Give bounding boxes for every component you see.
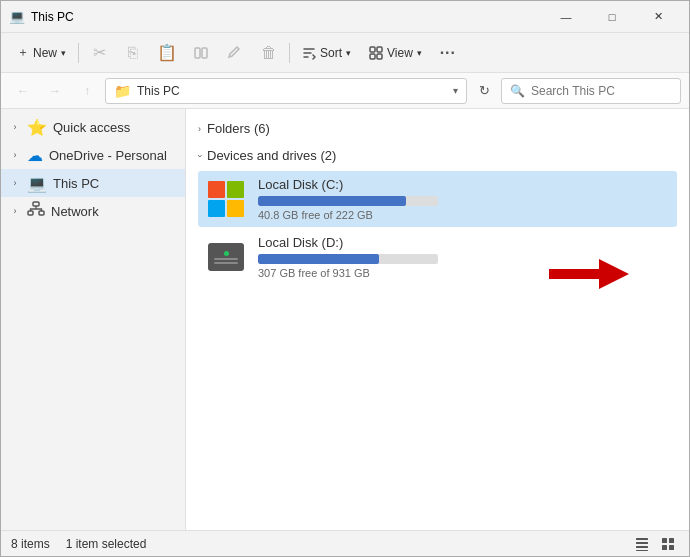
drive-c-size: 40.8 GB free of 222 GB (258, 209, 669, 221)
search-box[interactable]: 🔍 (501, 78, 681, 104)
network-icon (27, 201, 45, 221)
rename-button[interactable] (219, 38, 251, 68)
search-icon: 🔍 (510, 84, 525, 98)
sidebar: › ⭐ Quick access › ☁ OneDrive - Personal… (1, 109, 186, 530)
new-button[interactable]: ＋ New ▾ (9, 38, 74, 68)
sidebar-item-this-pc[interactable]: › 💻 This PC (1, 169, 185, 197)
drive-d-bar-fill (258, 254, 379, 264)
window-icon: 💻 (9, 9, 25, 25)
delete-button[interactable]: 🗑 (253, 38, 285, 68)
this-pc-icon: 💻 (27, 174, 47, 193)
drive-c-icon-wrap (206, 179, 246, 219)
item-count: 8 items (11, 537, 50, 551)
title-bar-controls: — □ ✕ (543, 1, 681, 33)
title-bar: 💻 This PC — □ ✕ (1, 1, 689, 33)
selection-status: 1 item selected (66, 537, 147, 551)
red-arrow-annotation (549, 254, 629, 294)
svg-rect-0 (195, 48, 200, 58)
sidebar-item-network[interactable]: › Network (1, 197, 185, 225)
drive-d-icon-wrap (206, 237, 246, 277)
tiles-view-button[interactable] (657, 533, 679, 555)
svg-rect-4 (370, 54, 375, 59)
folders-section-header[interactable]: › Folders (6) (198, 117, 677, 140)
refresh-button[interactable]: ↻ (471, 78, 497, 104)
view-dropdown-icon: ▾ (417, 48, 422, 58)
onedrive-icon: ☁ (27, 146, 43, 165)
svg-rect-2 (370, 47, 375, 52)
address-bar: ← → ↑ 📁 This PC ▾ ↻ 🔍 (1, 73, 689, 109)
sidebar-item-onedrive[interactable]: › ☁ OneDrive - Personal (1, 141, 185, 169)
drive-c-info: Local Disk (C:) 40.8 GB free of 222 GB (258, 177, 669, 221)
sidebar-label-onedrive: OneDrive - Personal (49, 148, 177, 163)
copy-button[interactable]: ⎘ (117, 38, 149, 68)
svg-rect-15 (669, 538, 674, 543)
svg-rect-6 (33, 202, 39, 206)
main-area: › ⭐ Quick access › ☁ OneDrive - Personal… (1, 109, 689, 530)
drive-d-name: Local Disk (D:) (258, 235, 669, 250)
drives-chevron: › (195, 154, 205, 157)
svg-rect-12 (636, 546, 648, 548)
svg-rect-1 (202, 48, 207, 58)
svg-rect-13 (636, 550, 648, 551)
sidebar-label-quick-access: Quick access (53, 120, 177, 135)
folders-section-label: Folders (6) (207, 121, 270, 136)
chevron-icon: › (9, 206, 21, 216)
sort-dropdown-icon: ▾ (346, 48, 351, 58)
cut-button[interactable]: ✂ (83, 38, 115, 68)
quick-access-icon: ⭐ (27, 118, 47, 137)
hdd-line-1 (214, 258, 238, 260)
details-view-button[interactable] (631, 533, 653, 555)
windows-logo-icon (208, 181, 244, 217)
toolbar: ＋ New ▾ ✂ ⎘ 📋 🗑 Sort ▾ View ▾ ··· (1, 33, 689, 73)
hdd-line-2 (214, 262, 238, 264)
sort-button[interactable]: Sort ▾ (294, 38, 359, 68)
window: 💻 This PC — □ ✕ ＋ New ▾ ✂ ⎘ 📋 🗑 Sort ▾ (0, 0, 690, 557)
folders-chevron: › (198, 124, 201, 134)
svg-rect-10 (636, 538, 648, 540)
svg-rect-7 (28, 211, 33, 215)
view-toggle-buttons (631, 533, 679, 555)
drive-c-bar-bg (258, 196, 438, 206)
back-button[interactable]: ← (9, 78, 37, 104)
close-button[interactable]: ✕ (635, 1, 681, 33)
svg-rect-17 (669, 545, 674, 550)
more-button[interactable]: ··· (432, 38, 464, 68)
address-input[interactable]: 📁 This PC ▾ (105, 78, 467, 104)
sidebar-label-this-pc: This PC (53, 176, 177, 191)
drive-c-item[interactable]: Local Disk (C:) 40.8 GB free of 222 GB (198, 171, 677, 227)
drives-section-header[interactable]: › Devices and drives (2) (198, 144, 677, 167)
sidebar-label-network: Network (51, 204, 177, 219)
sidebar-item-quick-access[interactable]: › ⭐ Quick access (1, 113, 185, 141)
drive-d-bar-bg (258, 254, 438, 264)
svg-rect-16 (662, 545, 667, 550)
svg-rect-5 (377, 54, 382, 59)
forward-button[interactable]: → (41, 78, 69, 104)
svg-rect-3 (377, 47, 382, 52)
hdd-status-dot (224, 251, 229, 256)
drive-c-bar-fill (258, 196, 406, 206)
search-input[interactable] (531, 84, 672, 98)
svg-rect-11 (636, 542, 648, 544)
minimize-button[interactable]: — (543, 1, 589, 33)
address-location: This PC (137, 84, 447, 98)
content-area: › Folders (6) › Devices and drives (2) (186, 109, 689, 530)
move-button[interactable] (185, 38, 217, 68)
hdd-icon (208, 243, 244, 271)
up-button[interactable]: ↑ (73, 78, 101, 104)
svg-rect-14 (662, 538, 667, 543)
paste-button[interactable]: 📋 (151, 38, 183, 68)
svg-marker-9 (549, 259, 629, 289)
toolbar-separator-2 (289, 43, 290, 63)
chevron-icon: › (9, 178, 21, 188)
toolbar-separator-1 (78, 43, 79, 63)
plus-icon: ＋ (17, 44, 29, 61)
view-button[interactable]: View ▾ (361, 38, 430, 68)
drives-section-label: Devices and drives (2) (207, 148, 336, 163)
window-title: This PC (31, 10, 543, 24)
address-chevron[interactable]: ▾ (453, 85, 458, 96)
svg-rect-8 (39, 211, 44, 215)
drive-c-name: Local Disk (C:) (258, 177, 669, 192)
new-dropdown-icon: ▾ (61, 48, 66, 58)
folder-icon: 📁 (114, 83, 131, 99)
maximize-button[interactable]: □ (589, 1, 635, 33)
